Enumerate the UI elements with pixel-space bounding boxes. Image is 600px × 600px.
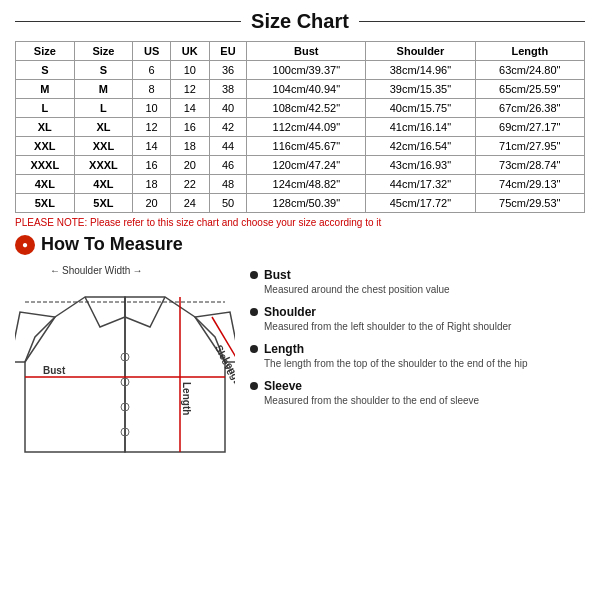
table-cell-2-0: L bbox=[16, 99, 75, 118]
col-header-bust: Bust bbox=[247, 42, 366, 61]
measure-item-desc-1: Measured from the left shoulder to the o… bbox=[264, 320, 511, 334]
measure-bullet-1 bbox=[250, 308, 258, 316]
table-cell-5-6: 43cm/16.93" bbox=[366, 156, 475, 175]
measure-item-1: ShoulderMeasured from the left shoulder … bbox=[250, 305, 585, 334]
table-cell-3-4: 42 bbox=[209, 118, 247, 137]
jacket-illustration: ← Shoulder Width → bbox=[15, 263, 235, 590]
title-line-right bbox=[359, 21, 585, 22]
table-body: SS61036100cm/39.37"38cm/14.96"63cm/24.80… bbox=[16, 61, 585, 213]
shoulder-width-text: Shoulder Width bbox=[62, 265, 130, 276]
measure-item-desc-2: The length from the top of the shoulder … bbox=[264, 357, 528, 371]
table-cell-7-0: 5XL bbox=[16, 194, 75, 213]
table-cell-4-3: 18 bbox=[170, 137, 209, 156]
table-cell-1-1: M bbox=[74, 80, 133, 99]
table-cell-2-5: 108cm/42.52" bbox=[247, 99, 366, 118]
table-cell-1-7: 65cm/25.59" bbox=[475, 80, 584, 99]
table-cell-0-2: 6 bbox=[133, 61, 171, 80]
table-cell-2-7: 67cm/26.38" bbox=[475, 99, 584, 118]
table-cell-6-1: 4XL bbox=[74, 175, 133, 194]
table-cell-6-6: 44cm/17.32" bbox=[366, 175, 475, 194]
title-area: Size Chart bbox=[15, 10, 585, 33]
table-cell-1-5: 104cm/40.94" bbox=[247, 80, 366, 99]
measure-body: ← Shoulder Width → bbox=[15, 263, 585, 590]
table-cell-4-6: 42cm/16.54" bbox=[366, 137, 475, 156]
note-text: PLEASE NOTE: Please refer to this size c… bbox=[15, 217, 585, 228]
table-row: XXXLXXXL162046120cm/47.24"43cm/16.93"73c… bbox=[16, 156, 585, 175]
svg-text:Length: Length bbox=[181, 382, 192, 415]
table-cell-4-1: XXL bbox=[74, 137, 133, 156]
table-cell-4-2: 14 bbox=[133, 137, 171, 156]
table-cell-0-3: 10 bbox=[170, 61, 209, 80]
table-row: SS61036100cm/39.37"38cm/14.96"63cm/24.80… bbox=[16, 61, 585, 80]
svg-text:Length: Length bbox=[221, 355, 235, 390]
table-cell-3-6: 41cm/16.14" bbox=[366, 118, 475, 137]
table-cell-3-2: 12 bbox=[133, 118, 171, 137]
measure-item-2: LengthThe length from the top of the sho… bbox=[250, 342, 585, 371]
measure-item-content-0: BustMeasured around the chest position v… bbox=[264, 268, 450, 297]
table-cell-5-4: 46 bbox=[209, 156, 247, 175]
col-header-shoulder: Shoulder bbox=[366, 42, 475, 61]
measure-item-title-3: Sleeve bbox=[264, 379, 479, 393]
table-cell-1-2: 8 bbox=[133, 80, 171, 99]
table-cell-3-3: 16 bbox=[170, 118, 209, 137]
measure-item-content-1: ShoulderMeasured from the left shoulder … bbox=[264, 305, 511, 334]
measure-item-title-1: Shoulder bbox=[264, 305, 511, 319]
col-header-uk: UK bbox=[170, 42, 209, 61]
table-cell-6-5: 124cm/48.82" bbox=[247, 175, 366, 194]
page: Size Chart Size Size US UK EU Bust Shoul… bbox=[0, 0, 600, 600]
table-cell-4-4: 44 bbox=[209, 137, 247, 156]
table-cell-7-3: 24 bbox=[170, 194, 209, 213]
table-cell-5-2: 16 bbox=[133, 156, 171, 175]
col-header-length: Length bbox=[475, 42, 584, 61]
table-cell-7-4: 50 bbox=[209, 194, 247, 213]
col-header-eu: EU bbox=[209, 42, 247, 61]
table-cell-7-5: 128cm/50.39" bbox=[247, 194, 366, 213]
measure-bullet-0 bbox=[250, 271, 258, 279]
table-cell-3-7: 69cm/27.17" bbox=[475, 118, 584, 137]
measure-item-content-2: LengthThe length from the top of the sho… bbox=[264, 342, 528, 371]
table-cell-1-0: M bbox=[16, 80, 75, 99]
table-cell-3-1: XL bbox=[74, 118, 133, 137]
table-cell-0-1: S bbox=[74, 61, 133, 80]
col-header-size2: Size bbox=[74, 42, 133, 61]
table-row: MM81238104cm/40.94"39cm/15.35"65cm/25.59… bbox=[16, 80, 585, 99]
table-cell-7-7: 75cm/29.53" bbox=[475, 194, 584, 213]
table-cell-4-7: 71cm/27.95" bbox=[475, 137, 584, 156]
svg-text:Bust: Bust bbox=[43, 365, 66, 376]
measure-item-desc-0: Measured around the chest position value bbox=[264, 283, 450, 297]
table-cell-6-0: 4XL bbox=[16, 175, 75, 194]
table-cell-5-1: XXXL bbox=[74, 156, 133, 175]
table-cell-5-7: 73cm/28.74" bbox=[475, 156, 584, 175]
measure-item-title-0: Bust bbox=[264, 268, 450, 282]
shoulder-width-arrow-left: ← bbox=[50, 265, 60, 276]
measure-item-content-3: SleeveMeasured from the shoulder to the … bbox=[264, 379, 479, 408]
table-row: 5XL5XL202450128cm/50.39"45cm/17.72"75cm/… bbox=[16, 194, 585, 213]
table-cell-2-2: 10 bbox=[133, 99, 171, 118]
measure-descriptions: BustMeasured around the chest position v… bbox=[250, 263, 585, 590]
col-header-us: US bbox=[133, 42, 171, 61]
title-line-left bbox=[15, 21, 241, 22]
shoulder-width-label: ← Shoulder Width → bbox=[50, 265, 142, 276]
measure-bullet-2 bbox=[250, 345, 258, 353]
measure-item-title-2: Length bbox=[264, 342, 528, 356]
measure-title-area: ● How To Measure bbox=[15, 234, 585, 255]
table-cell-2-4: 40 bbox=[209, 99, 247, 118]
measure-item-desc-3: Measured from the shoulder to the end of… bbox=[264, 394, 479, 408]
table-cell-6-3: 22 bbox=[170, 175, 209, 194]
table-cell-3-5: 112cm/44.09" bbox=[247, 118, 366, 137]
table-cell-1-6: 39cm/15.35" bbox=[366, 80, 475, 99]
measure-bullet-3 bbox=[250, 382, 258, 390]
jacket-svg: Bust Sleeve Length Length bbox=[15, 277, 235, 477]
col-header-size1: Size bbox=[16, 42, 75, 61]
table-cell-6-7: 74cm/29.13" bbox=[475, 175, 584, 194]
table-header-row: Size Size US UK EU Bust Shoulder Length bbox=[16, 42, 585, 61]
table-cell-0-4: 36 bbox=[209, 61, 247, 80]
size-table: Size Size US UK EU Bust Shoulder Length … bbox=[15, 41, 585, 213]
table-cell-6-2: 18 bbox=[133, 175, 171, 194]
table-cell-0-6: 38cm/14.96" bbox=[366, 61, 475, 80]
table-cell-7-6: 45cm/17.72" bbox=[366, 194, 475, 213]
measure-item-0: BustMeasured around the chest position v… bbox=[250, 268, 585, 297]
table-row: XLXL121642112cm/44.09"41cm/16.14"69cm/27… bbox=[16, 118, 585, 137]
table-cell-4-0: XXL bbox=[16, 137, 75, 156]
table-cell-5-0: XXXL bbox=[16, 156, 75, 175]
